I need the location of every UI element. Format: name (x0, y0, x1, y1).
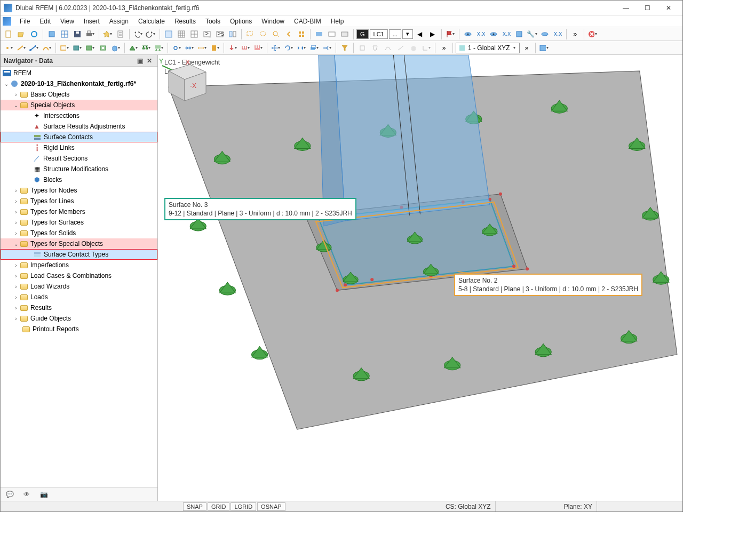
toolbar2-overflow2-button[interactable]: » (521, 42, 533, 54)
nav-foot-eye-button[interactable]: 👁 (21, 489, 33, 500)
view2-button[interactable] (326, 28, 338, 40)
line-star-button[interactable]: ▾ (15, 42, 27, 54)
table3-button[interactable] (188, 28, 200, 40)
xxx1-button[interactable]: x.x.x (475, 28, 487, 40)
iso-button[interactable] (356, 42, 368, 54)
select-prev-button[interactable] (283, 28, 295, 40)
dim-button[interactable]: ▾ (196, 42, 208, 54)
status-grid[interactable]: GRID (208, 502, 230, 511)
toolbar2-overflow-button[interactable]: » (438, 42, 450, 54)
nav-cube[interactable]: -X (158, 55, 211, 108)
tree-guide[interactable]: ›Guide Objects (1, 313, 157, 324)
tree-load-wizards[interactable]: ›Load Wizards (1, 281, 157, 292)
panel-button[interactable] (227, 28, 239, 40)
tree-rigid-links[interactable]: ┇Rigid Links (1, 142, 157, 153)
refresh-button[interactable] (28, 28, 40, 40)
menu-calculate[interactable]: Calculate (134, 17, 169, 26)
extend-button[interactable]: ▾ (321, 42, 333, 54)
tree-types-solids[interactable]: ›Types for Solids (1, 228, 157, 238)
cube2-button[interactable]: ▾ (110, 42, 122, 54)
menu-window[interactable]: Window (257, 17, 289, 26)
tree-loads[interactable]: ›Loads (1, 292, 157, 302)
navigator-tree[interactable]: RFEM ⌄2020-10-13_Flächenkontakt_fertig.r… (1, 67, 157, 487)
view1-button[interactable] (313, 28, 325, 40)
console-button[interactable]: >_ (201, 28, 213, 40)
menu-options[interactable]: Options (226, 17, 256, 26)
eye1-button[interactable] (462, 28, 474, 40)
app-menu-icon[interactable] (3, 17, 11, 26)
xxx3-button[interactable]: x.x.x (552, 28, 563, 40)
curve-button[interactable] (382, 42, 394, 54)
tree-root[interactable]: RFEM (1, 68, 157, 78)
tree-struct-mod[interactable]: ▦Structure Modifications (1, 164, 157, 174)
print-button[interactable]: ▾ (84, 28, 96, 40)
select-lasso-button[interactable] (257, 28, 269, 40)
viewport-3d[interactable]: LC1 - Eigengewicht Loads [kN] (158, 55, 682, 501)
ucs-button[interactable]: ▾ (420, 42, 432, 54)
tree-sra[interactable]: ▲Surface Results Adjustments (1, 121, 157, 132)
menu-results[interactable]: Results (170, 17, 200, 26)
delete-red-button[interactable]: ▾ (587, 28, 599, 40)
tree-special-objects[interactable]: ⌄Special Objects (1, 100, 157, 110)
tree-basic-objects[interactable]: ›Basic Objects (1, 89, 157, 100)
grid-button[interactable] (59, 28, 70, 40)
navigator-close-button[interactable]: ✕ (145, 56, 154, 66)
opening-button[interactable] (97, 42, 109, 54)
tree-surface-contact-types[interactable]: Surface Contact Types (1, 249, 157, 260)
view3-button[interactable] (339, 28, 351, 40)
lc-dropdown-button[interactable]: ▾ (402, 29, 413, 39)
tree-types-special[interactable]: ⌄Types for Special Objects (1, 238, 157, 249)
tree-lccomb[interactable]: ›Load Cases & Combinations (1, 270, 157, 281)
lc-more-button[interactable]: ... (389, 29, 401, 39)
select-grid-button[interactable] (296, 28, 307, 40)
global-cs-combo[interactable]: 1 - Global XYZ ▾ (456, 43, 520, 53)
tool-wrench-button[interactable]: 🔧▾ (526, 28, 538, 40)
table1-button[interactable] (163, 28, 174, 40)
surf-support-button[interactable]: ▾ (153, 42, 165, 54)
script-button[interactable]: >sc (214, 28, 226, 40)
close-button[interactable]: ✕ (658, 2, 679, 14)
cube-button[interactable] (513, 28, 525, 40)
nav-foot-camera-button[interactable]: 📷 (38, 489, 50, 500)
straight-button[interactable] (395, 42, 407, 54)
wizard-button[interactable]: ▾ (102, 28, 114, 40)
tree-types-surfaces[interactable]: ›Types for Surfaces (1, 217, 157, 228)
tree-results[interactable]: ›Results (1, 302, 157, 313)
menu-assign[interactable]: Assign (105, 17, 133, 26)
line-load-button[interactable]: ▾ (240, 42, 251, 54)
save-button[interactable] (71, 28, 83, 40)
tree-printout[interactable]: Printout Reports (1, 324, 157, 334)
face-button[interactable]: ▾ (71, 42, 83, 54)
menu-tools[interactable]: Tools (201, 17, 225, 26)
rect-button[interactable]: ▾ (59, 42, 70, 54)
line-support-button[interactable]: ▾ (140, 42, 152, 54)
toolbar-overflow-button[interactable]: » (569, 28, 581, 40)
tree-types-lines[interactable]: ›Types for Lines (1, 196, 157, 206)
area-load-button[interactable]: ▾ (252, 42, 264, 54)
line-hinge-button[interactable]: ▾ (184, 42, 195, 54)
lc-next-button[interactable]: ▶ (427, 28, 439, 40)
menu-view[interactable]: View (56, 17, 78, 26)
rotate-button[interactable]: ▾ (283, 42, 295, 54)
arc-button[interactable]: ▾ (41, 42, 53, 54)
eye2-button[interactable] (488, 28, 499, 40)
open-button[interactable] (15, 28, 27, 40)
nav-foot-comment-button[interactable]: 💬 (4, 489, 15, 500)
connect-button[interactable]: ▾ (28, 42, 40, 54)
view-toggle-button[interactable]: ▾ (538, 42, 550, 54)
menu-file[interactable]: File (15, 17, 34, 26)
tree-intersections[interactable]: ✦Intersections (1, 110, 157, 121)
table2-button[interactable] (176, 28, 187, 40)
extrude-button[interactable]: ▾ (308, 42, 320, 54)
solid-button[interactable] (408, 42, 419, 54)
lc-field[interactable]: LC1 (370, 29, 388, 39)
status-snap[interactable]: SNAP (183, 502, 206, 511)
block-button[interactable] (46, 28, 58, 40)
nodal-load-button[interactable]: ▾ (227, 42, 239, 54)
lc-prev-button[interactable]: ◀ (414, 28, 426, 40)
minimize-button[interactable]: — (615, 2, 637, 14)
maximize-button[interactable]: ☐ (637, 2, 658, 14)
menu-insert[interactable]: Insert (80, 17, 104, 26)
eye3-button[interactable] (539, 28, 551, 40)
tree-imperfections[interactable]: ›Imperfections (1, 260, 157, 270)
